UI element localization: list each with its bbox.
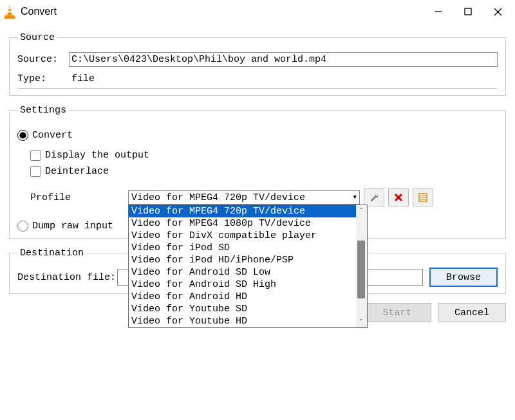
display-output-label: Display the output	[45, 150, 149, 161]
settings-legend: Settings	[17, 105, 69, 116]
profile-selected-text: Video for MPEG4 720p TV/device	[131, 192, 305, 203]
profile-option[interactable]: Video for DivX compatible player	[129, 230, 356, 242]
profile-option[interactable]: Video for Android SD Low	[129, 266, 356, 278]
profile-option[interactable]: Video for MPEG4 720p TV/device	[129, 205, 356, 217]
close-button[interactable]	[483, 1, 512, 22]
svg-rect-5	[465, 8, 471, 15]
start-button[interactable]: Start	[363, 303, 431, 322]
delete-profile-button[interactable]	[388, 188, 409, 206]
profile-option[interactable]: Video for MPEG4 1080p TV/device	[129, 217, 356, 230]
profile-option[interactable]: Video for Android HD	[129, 291, 356, 303]
display-output-checkbox[interactable]	[30, 150, 41, 161]
dropdown-scrollbar[interactable]: ˄ ˅	[356, 205, 367, 327]
new-profile-icon	[418, 192, 428, 203]
dump-raw-label: Dump raw input	[32, 221, 113, 232]
wrench-icon	[369, 192, 379, 203]
type-label: Type:	[17, 73, 69, 84]
profile-option[interactable]: Video for iPod SD	[129, 242, 356, 254]
settings-group: Settings Convert Display the output Dein…	[9, 105, 506, 239]
convert-radio[interactable]	[17, 130, 28, 141]
source-group: Source Source: Type: file	[9, 32, 506, 96]
minimize-button[interactable]	[424, 1, 453, 22]
type-value: file	[69, 73, 95, 84]
svg-marker-3	[4, 15, 15, 19]
deinterlace-label: Deinterlace	[45, 166, 109, 177]
destination-label: Destination file:	[17, 272, 116, 283]
source-label: Source:	[17, 54, 69, 65]
dump-raw-radio[interactable]	[17, 221, 28, 232]
cancel-button[interactable]: Cancel	[438, 303, 506, 322]
chevron-down-icon: ▼	[353, 194, 357, 201]
maximize-button[interactable]	[453, 1, 483, 22]
scrollbar-thumb[interactable]	[357, 241, 365, 298]
profile-option[interactable]: Video for Android SD High	[129, 278, 356, 291]
profile-label: Profile	[30, 192, 128, 203]
svg-marker-0	[7, 5, 12, 15]
profile-dropdown[interactable]: Video for MPEG4 720p TV/device ▼	[128, 190, 360, 205]
profile-option[interactable]: Video for iPod HD/iPhone/PSP	[129, 254, 356, 266]
profile-option[interactable]: Video for Youtube HD	[129, 315, 356, 327]
scroll-up-icon[interactable]: ˄	[356, 205, 367, 216]
new-profile-button[interactable]	[413, 188, 433, 206]
window-title: Convert	[21, 6, 424, 17]
svg-rect-1	[8, 8, 11, 9]
browse-button[interactable]: Browse	[429, 268, 498, 287]
divider	[17, 88, 498, 89]
source-legend: Source	[17, 32, 57, 43]
deinterlace-checkbox[interactable]	[30, 166, 41, 177]
window-controls	[424, 1, 512, 22]
profile-dropdown-list: Video for MPEG4 720p TV/deviceVideo for …	[128, 205, 368, 328]
profile-option[interactable]: Video for Youtube SD	[129, 303, 356, 315]
convert-label: Convert	[32, 130, 73, 141]
title-bar: Convert	[0, 0, 515, 23]
edit-profile-button[interactable]	[364, 188, 384, 206]
svg-rect-2	[8, 11, 12, 12]
scroll-down-icon[interactable]: ˅	[356, 316, 367, 327]
source-input[interactable]	[69, 52, 498, 67]
destination-legend: Destination	[17, 248, 86, 259]
vlc-logo-icon	[3, 4, 17, 19]
delete-icon	[394, 193, 403, 202]
